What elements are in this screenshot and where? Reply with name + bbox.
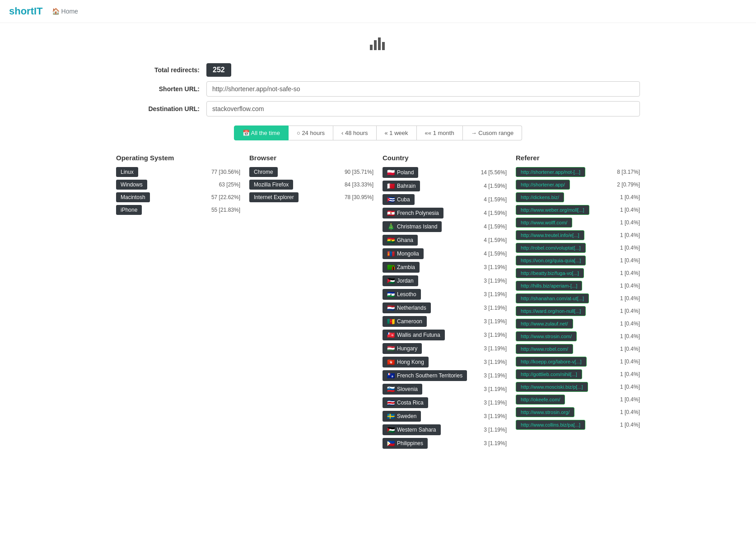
country-tag: 🇨🇺Cuba — [383, 194, 415, 205]
country-item: 🇧🇭Bahrain4 [1.59%] — [383, 181, 507, 191]
country-item: 🇸🇪Sweden3 [1.19%] — [383, 411, 507, 422]
os-count: 63 [25%] — [219, 181, 240, 188]
os-count: 57 [22.62%] — [211, 194, 240, 200]
country-count: 3 [1.19%] — [484, 372, 507, 379]
referer-count: 1 [0.4%] — [620, 384, 640, 390]
referer-count: 1 [0.4%] — [620, 257, 640, 264]
browser-count: 84 [33.33%] — [345, 181, 373, 188]
referer-count: 1 [0.4%] — [620, 409, 640, 415]
filter-24h[interactable]: ○ 24 hours — [289, 126, 333, 140]
country-tag: 🇬🇭Ghana — [383, 235, 418, 246]
destination-url-row: Destination URL: — [116, 101, 640, 116]
chart-icon — [116, 37, 640, 54]
country-count: 4 [1.59%] — [484, 210, 507, 216]
referer-tag[interactable]: http://www.treutel.info/e[...] — [516, 230, 584, 240]
referer-tag[interactable]: https://ward.org/non-null[...] — [516, 306, 586, 316]
country-tag: 🇨🇲Cameroon — [383, 316, 427, 327]
country-item: 🇨🇷Costa Rica3 [1.19%] — [383, 397, 507, 408]
referer-tag[interactable]: http://shanahan.com/at-ut[...] — [516, 293, 589, 303]
country-tag: 🇵🇱Poland — [383, 167, 418, 178]
country-item: 🇪🇭Western Sahara3 [1.19%] — [383, 424, 507, 435]
country-item: 🇨🇲Cameroon3 [1.19%] — [383, 316, 507, 327]
shorten-url-input[interactable] — [206, 81, 640, 97]
info-table: Total redirects: 252 Shorten URL: Destin… — [116, 63, 640, 116]
referer-tag[interactable]: http://hills.biz/aperiam-[...] — [516, 281, 582, 291]
referer-column: Referer http://shortener.app/not-[...]8 … — [516, 154, 640, 451]
total-redirects-value: 252 — [206, 63, 640, 77]
referer-tag[interactable]: http://www.strosin.com/ — [516, 331, 577, 341]
country-item: 🇳🇱Netherlands3 [1.19%] — [383, 302, 507, 313]
country-item: 🇲🇳Mongolia4 [1.59%] — [383, 248, 507, 259]
browser-tag: Mozilla Firefox — [249, 180, 293, 190]
referer-count: 1 [0.4%] — [620, 207, 640, 213]
referer-item: http://okeefe.com/1 [0.4%] — [516, 395, 640, 405]
os-item: Macintosh57 [22.62%] — [116, 192, 240, 202]
country-count: 3 [1.19%] — [484, 427, 507, 433]
nav-home-link[interactable]: 🏠 Home — [52, 8, 78, 15]
os-tag: Linux — [116, 167, 138, 177]
country-count: 3 [1.19%] — [484, 278, 507, 284]
referer-tag[interactable]: http://shortener.app/ — [516, 180, 570, 190]
home-icon: 🏠 — [52, 8, 60, 15]
referer-tag[interactable]: http://robel.com/voluptat[...] — [516, 243, 586, 253]
country-count: 3 [1.19%] — [484, 359, 507, 365]
country-tag: 🇯🇴Jordan — [383, 275, 418, 286]
referer-item: http://www.wolff.com/1 [0.4%] — [516, 218, 640, 228]
stats-grid: Operating System Linux77 [30.56%]Windows… — [116, 154, 640, 451]
referer-item: http://koepp.org/labore-v[...]1 [0.4%] — [516, 357, 640, 367]
referer-tag[interactable]: https://von.org/quia-quia[...] — [516, 256, 586, 265]
filter-1month[interactable]: «« 1 month — [417, 126, 463, 140]
referer-item: http://www.weber.org/moll[...]1 [0.4%] — [516, 205, 640, 215]
country-count: 3 [1.19%] — [484, 305, 507, 311]
os-title: Operating System — [116, 154, 240, 162]
referer-tag[interactable]: http://dickens.biz/ — [516, 192, 564, 202]
country-tag: 🇸🇪Sweden — [383, 411, 421, 422]
referer-item: http://shortener.app/2 [0.79%] — [516, 180, 640, 190]
referer-tag[interactable]: http://beatty.biz/fuga-vo[...] — [516, 268, 584, 278]
referer-tag[interactable]: http://shortener.app/not-[...] — [516, 167, 585, 177]
referer-tag[interactable]: http://www.strosin.org/ — [516, 407, 574, 417]
referer-tag[interactable]: http://www.zulauf.net/ — [516, 319, 573, 329]
country-tag: 🇵🇫French Polynesia — [383, 208, 443, 219]
brand-logo: shortIT — [9, 5, 43, 17]
referer-tag[interactable]: http://www.wolff.com/ — [516, 218, 572, 228]
filter-custom[interactable]: → Cusom range — [463, 126, 523, 140]
country-item: 🇭🇺Hungary3 [1.19%] — [383, 343, 507, 354]
country-count: 4 [1.59%] — [484, 251, 507, 257]
filter-all-time[interactable]: 📅 All the time — [234, 126, 289, 140]
header: shortIT 🏠 Home — [0, 0, 756, 23]
country-item: 🇸🇮Slovenia3 [1.19%] — [383, 384, 507, 395]
referer-tag[interactable]: http://gottlieb.com/nihil[...] — [516, 369, 582, 379]
referer-tag[interactable]: http://www.collins.biz/pa[...] — [516, 420, 585, 430]
country-count: 3 [1.19%] — [484, 400, 507, 406]
country-item: 🇹🇫French Southern Territories3 [1.19%] — [383, 370, 507, 381]
country-items: 🇵🇱Poland14 [5.56%]🇧🇭Bahrain4 [1.59%]🇨🇺Cu… — [383, 167, 507, 449]
referer-tag[interactable]: http://www.robel.com/ — [516, 344, 573, 354]
referer-count: 1 [0.4%] — [620, 371, 640, 377]
country-tag: 🇨🇷Costa Rica — [383, 397, 428, 408]
referer-item: http://www.mosciski.biz/p[...]1 [0.4%] — [516, 382, 640, 392]
time-filter-group: 📅 All the time ○ 24 hours ‹ 48 hours « 1… — [116, 126, 640, 140]
referer-tag[interactable]: http://okeefe.com/ — [516, 395, 565, 405]
country-count: 4 [1.59%] — [484, 237, 507, 243]
filter-48h[interactable]: ‹ 48 hours — [333, 126, 377, 140]
referer-item: http://gottlieb.com/nihil[...]1 [0.4%] — [516, 369, 640, 379]
destination-url-value — [206, 101, 640, 116]
referer-item: http://www.collins.biz/pa[...]1 [0.4%] — [516, 420, 640, 430]
total-redirects-label: Total redirects: — [116, 66, 206, 74]
destination-url-input[interactable] — [206, 101, 640, 116]
browser-title: Browser — [249, 154, 373, 162]
browser-count: 78 [30.95%] — [345, 194, 373, 200]
referer-item: http://www.strosin.com/1 [0.4%] — [516, 331, 640, 341]
os-column: Operating System Linux77 [30.56%]Windows… — [116, 154, 240, 451]
referer-tag[interactable]: http://koepp.org/labore-v[...] — [516, 357, 587, 367]
referer-tag[interactable]: http://www.weber.org/moll[...] — [516, 205, 589, 215]
referer-item: http://www.zulauf.net/1 [0.4%] — [516, 319, 640, 329]
svg-rect-3 — [382, 42, 385, 50]
filter-1week[interactable]: « 1 week — [377, 126, 417, 140]
shorten-url-label: Shorten URL: — [116, 85, 206, 93]
referer-item: http://beatty.biz/fuga-vo[...]1 [0.4%] — [516, 268, 640, 278]
destination-url-label: Destination URL: — [116, 105, 206, 112]
referer-tag[interactable]: http://www.mosciski.biz/p[...] — [516, 382, 588, 392]
referer-count: 1 [0.4%] — [620, 245, 640, 251]
